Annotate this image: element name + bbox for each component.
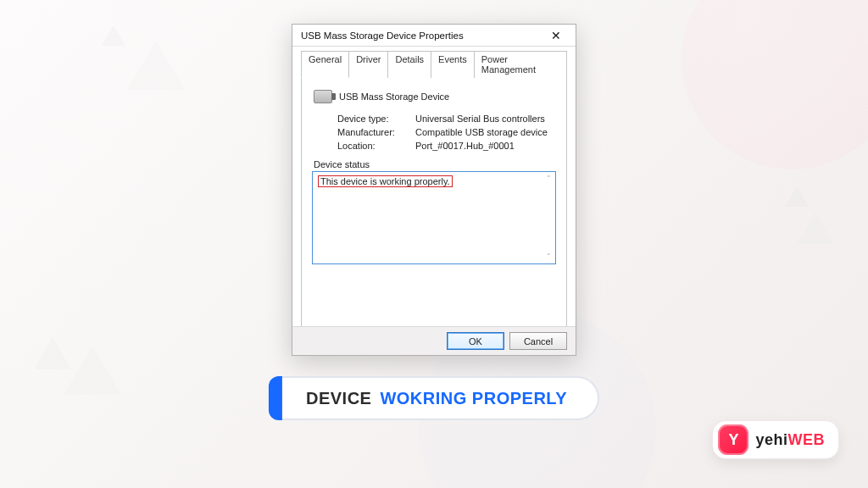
- tab-power-management[interactable]: Power Management: [474, 51, 567, 78]
- scroll-up-icon[interactable]: ˄: [542, 173, 554, 185]
- brand-name-a: yehi: [755, 431, 787, 448]
- device-status-text: This device is working properly.: [318, 175, 453, 187]
- tab-panel-general: USB Mass Storage Device Device type: Uni…: [301, 77, 567, 333]
- caption-pill: DEVICE WOKRING PROPERLY: [269, 376, 599, 420]
- dialog-button-row: OK Cancel: [292, 326, 576, 355]
- close-icon: ✕: [551, 30, 561, 42]
- device-properties: Device type: Universal Serial Bus contro…: [337, 114, 556, 151]
- bg-triangle: [785, 186, 809, 207]
- scroll-down-icon[interactable]: ˅: [542, 251, 554, 263]
- device-type-value: Universal Serial Bus controllers: [415, 114, 556, 124]
- device-header: USB Mass Storage Device: [312, 86, 556, 110]
- brand-badge: Y yehiWEB: [712, 420, 839, 459]
- tab-label: General: [309, 54, 342, 64]
- bg-triangle: [127, 41, 185, 90]
- bg-triangle: [64, 346, 121, 395]
- dialog-body: General Driver Details Events Power Mana…: [292, 47, 576, 326]
- brand-name-b: WEB: [788, 431, 826, 448]
- caption-word-2: WOKRING PROPERLY: [380, 389, 567, 408]
- brand-logo-icon: Y: [718, 424, 748, 455]
- location-label: Location:: [337, 141, 415, 151]
- caption-body: DEVICE WOKRING PROPERLY: [282, 376, 599, 420]
- brand-logo-glyph: Y: [728, 431, 738, 449]
- button-label: OK: [469, 336, 482, 347]
- usb-drive-icon: [314, 90, 332, 103]
- location-value: Port_#0017.Hub_#0001: [415, 141, 556, 151]
- tabstrip: General Driver Details Events Power Mana…: [301, 50, 567, 77]
- manufacturer-value: Compatible USB storage device: [415, 127, 556, 137]
- tab-general[interactable]: General: [301, 51, 349, 78]
- device-name: USB Mass Storage Device: [339, 92, 449, 102]
- tab-details[interactable]: Details: [387, 51, 431, 78]
- brand-name: yehiWEB: [755, 431, 825, 449]
- tab-driver[interactable]: Driver: [348, 51, 388, 78]
- bg-triangle: [797, 212, 834, 244]
- tab-label: Power Management: [481, 54, 536, 75]
- device-status-box[interactable]: This device is working properly. ˄ ˅: [312, 171, 556, 264]
- properties-dialog: USB Mass Storage Device Properties ✕ Gen…: [292, 24, 576, 356]
- ok-button[interactable]: OK: [447, 332, 504, 350]
- tab-events[interactable]: Events: [431, 51, 475, 78]
- titlebar[interactable]: USB Mass Storage Device Properties ✕: [292, 25, 576, 47]
- tab-label: Details: [395, 54, 424, 64]
- bg-triangle: [102, 25, 125, 46]
- caption-word-1: DEVICE: [306, 389, 371, 408]
- device-status-label: Device status: [314, 159, 556, 169]
- tab-label: Driver: [356, 54, 381, 64]
- tab-label: Events: [438, 54, 467, 64]
- dialog-title: USB Mass Storage Device Properties: [301, 30, 464, 41]
- manufacturer-label: Manufacturer:: [337, 127, 415, 137]
- device-type-label: Device type:: [337, 114, 415, 124]
- caption-accent: [269, 376, 282, 420]
- bg-circle: [682, 0, 868, 169]
- close-button[interactable]: ✕: [542, 27, 570, 44]
- button-label: Cancel: [524, 336, 553, 347]
- cancel-button[interactable]: Cancel: [509, 332, 567, 350]
